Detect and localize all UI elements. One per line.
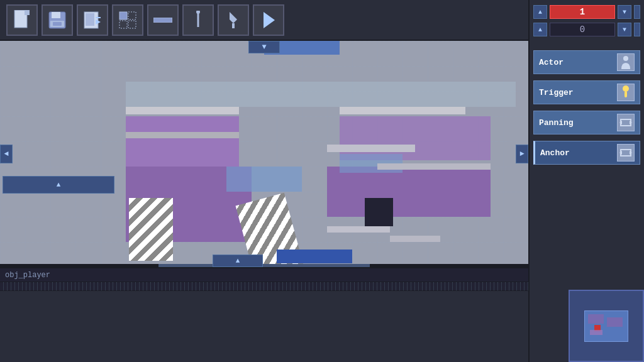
panning-label: Panning: [539, 118, 574, 128]
shelf-1: [126, 107, 239, 114]
anchor-label: Anchor: [540, 148, 570, 158]
shelf-right-1: [327, 145, 415, 152]
actor-label: Actor: [539, 58, 564, 67]
svg-rect-23: [621, 119, 631, 126]
pencil-button[interactable]: [182, 4, 214, 36]
svg-rect-2: [25, 10, 30, 15]
ruler-marks: [0, 282, 528, 290]
svg-rect-26: [621, 150, 631, 156]
toolbar: [0, 0, 528, 41]
counter-row-1: ▲ 1 ▼: [533, 5, 640, 19]
play-button[interactable]: [253, 4, 284, 36]
svg-point-20: [623, 56, 628, 61]
canvas-scroll-left[interactable]: ◄: [0, 145, 13, 163]
dark-box: [365, 198, 393, 226]
platform-light-top: [126, 82, 516, 107]
panning-button[interactable]: Panning: [533, 111, 640, 134]
svg-rect-15: [153, 18, 172, 23]
export-button[interactable]: [77, 4, 108, 36]
svg-rect-4: [52, 12, 60, 18]
anchor-icon: [617, 144, 635, 162]
paint-tiles-button[interactable]: [112, 4, 143, 36]
left-nav-btn-1[interactable]: ▲: [3, 176, 114, 194]
canvas-scroll-right[interactable]: ►: [516, 145, 528, 163]
actor-button[interactable]: Actor: [533, 50, 640, 74]
canvas-scroll-bottom[interactable]: ▲: [213, 255, 263, 267]
erase-button[interactable]: [147, 4, 179, 36]
obj-name: obj_player: [5, 271, 50, 280]
counter-row-2: ▲ 0 ▼: [533, 23, 640, 36]
light-patch-1: [226, 167, 302, 192]
counter2-up[interactable]: ▲: [533, 23, 547, 36]
counter2-down[interactable]: ▼: [618, 23, 631, 36]
canvas-area[interactable]: ◄ ► ▼ ▲: [0, 41, 528, 267]
shelf-right-4: [390, 236, 440, 242]
new-file-button[interactable]: [6, 4, 38, 36]
shelf-right-2: [377, 163, 491, 170]
trigger-icon: [617, 84, 635, 101]
platform-bottom-blue: [277, 250, 352, 263]
trigger-label: Trigger: [539, 88, 574, 97]
canvas-scroll-top[interactable]: ▼: [248, 41, 280, 53]
preview-window: [569, 290, 644, 362]
svg-rect-6: [53, 22, 62, 26]
svg-rect-14: [128, 21, 136, 28]
anchor-button[interactable]: Anchor: [533, 141, 640, 165]
shelf-3: [126, 132, 239, 138]
platform-purple-left: [126, 116, 239, 167]
svg-rect-12: [128, 12, 136, 19]
svg-marker-19: [264, 12, 275, 28]
platform-purple-right-mid: [327, 167, 491, 217]
striped-block-left: [129, 198, 173, 261]
shelf-right-3: [327, 226, 390, 233]
svg-rect-22: [625, 91, 627, 97]
preview-minimap: [584, 310, 628, 342]
save-button[interactable]: [42, 4, 73, 36]
shelf-2: [340, 107, 465, 114]
trigger-button[interactable]: Trigger: [533, 80, 640, 104]
svg-rect-13: [119, 21, 127, 28]
counter1-down[interactable]: ▼: [618, 5, 631, 19]
counter1-up[interactable]: ▲: [533, 5, 547, 19]
counter2-value: 0: [550, 23, 615, 36]
svg-rect-8: [86, 13, 94, 26]
svg-rect-18: [232, 23, 235, 28]
svg-point-21: [623, 85, 629, 92]
preview-inner: [570, 291, 643, 361]
counter1-scroll[interactable]: [634, 5, 640, 19]
left-nav-area: ▲: [3, 176, 114, 198]
svg-rect-10: [96, 17, 101, 18]
fill-button[interactable]: [218, 4, 249, 36]
obj-label: obj_player: [0, 268, 528, 282]
svg-point-17: [196, 11, 200, 14]
counter1-value: 1: [550, 5, 615, 19]
panning-icon: [617, 114, 635, 131]
ruler-tick: [525, 282, 528, 290]
counter2-scroll[interactable]: [634, 23, 640, 36]
timeline-ruler: [0, 282, 528, 291]
actor-icon: [617, 53, 635, 71]
bottom-area: obj_player: [0, 267, 528, 362]
svg-rect-11: [119, 12, 127, 19]
